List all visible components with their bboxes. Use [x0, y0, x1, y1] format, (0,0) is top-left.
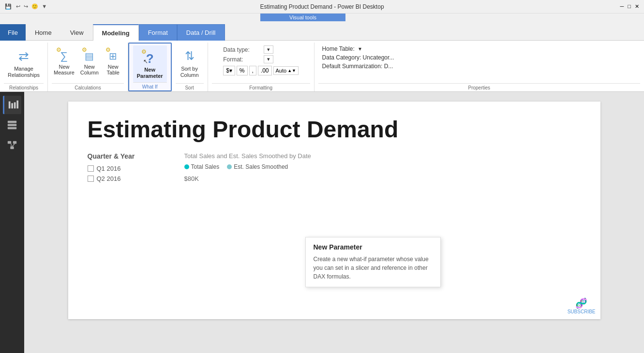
ribbon-group-what-if: ⚙ ? ↖ New Parameter What If: [128, 43, 172, 91]
data-type-dropdown[interactable]: ▾: [264, 45, 273, 54]
visual-tools-label: Visual tools: [260, 14, 345, 21]
window-title-bar: 💾 ↩ ↪ 🙂 ▼ Estimating Product Demand - Po…: [0, 0, 644, 14]
est-sales-dot: [227, 164, 232, 169]
ribbon-tab-bar: File Home View Modeling Format Data / Dr…: [0, 23, 644, 41]
auto-spinner[interactable]: Auto ▲▼: [273, 66, 299, 75]
sort-by-column-icon: ⇅: [181, 47, 198, 65]
new-column-label: New Column: [80, 64, 99, 75]
new-column-button[interactable]: ⚙ ▤ New Column: [78, 44, 101, 77]
ribbon-group-sort: ⇅ Sort by Column Sort: [172, 43, 208, 91]
filter-panel: Quarter & Year Q1 2016 Q2 2016: [88, 152, 165, 185]
total-sales-label: Total Sales: [191, 163, 220, 170]
q1-checkbox[interactable]: [88, 165, 94, 172]
new-parameter-label: New Parameter: [137, 67, 163, 79]
svg-rect-5: [8, 124, 16, 127]
decimal-button[interactable]: .00: [258, 66, 272, 75]
sort-group-label: Sort: [176, 83, 204, 91]
chart-title: Total Sales and Est. Sales Smoothed by D…: [184, 152, 581, 160]
sidebar-item-report[interactable]: [3, 96, 21, 114]
tooltip-title: New Parameter: [314, 243, 433, 251]
auto-label: Auto: [276, 68, 287, 74]
tab-format[interactable]: Format: [139, 24, 177, 41]
format-dropdown[interactable]: ▾: [264, 55, 273, 63]
svg-rect-6: [8, 127, 16, 130]
formatting-group-label: Formatting: [212, 83, 310, 91]
tab-modeling[interactable]: Modeling: [93, 24, 139, 41]
svg-rect-8: [13, 141, 16, 144]
tab-view[interactable]: View: [61, 24, 93, 41]
chart-legend: Total Sales Est. Sales Smoothed: [184, 163, 581, 170]
ribbon-group-formatting: Data type: ▾ Format: ▾ $▾ % , .00: [208, 43, 315, 91]
sidebar-item-model[interactable]: [3, 136, 21, 155]
q2-checkbox[interactable]: [88, 176, 94, 182]
maximize-button[interactable]: □: [628, 3, 631, 10]
data-category-row: Data Category: Uncategor...: [322, 54, 636, 61]
ribbon-content: ⇄ Manage Relationships Relationships ⚙ ∑…: [0, 41, 644, 92]
dropdown-arrow-icon[interactable]: ▼: [42, 3, 47, 9]
ribbon: Visual tools File Home View Modeling For…: [0, 14, 644, 92]
new-column-icon: ⚙ ▤: [81, 46, 98, 64]
svg-line-11: [12, 144, 15, 147]
svg-rect-4: [8, 121, 16, 123]
properties-group-label: Properties: [318, 83, 640, 91]
filter-title: Quarter & Year: [88, 152, 165, 160]
dollar-button[interactable]: $▾: [223, 66, 235, 75]
canvas-area: Estimating Product Demand Quarter & Year…: [24, 92, 644, 353]
total-sales-dot: [184, 164, 189, 169]
close-button[interactable]: ✕: [635, 3, 639, 10]
q1-label: Q1 2016: [97, 165, 121, 172]
percent-button[interactable]: %: [237, 66, 248, 75]
new-measure-button[interactable]: ⚙ ∑ New Measure: [52, 44, 76, 77]
dna-icon: 🧬: [568, 297, 596, 309]
relationships-group-label: Relationships: [4, 83, 44, 91]
sidebar-item-data[interactable]: [3, 116, 21, 134]
data-type-row: Data type: ▾: [223, 45, 273, 54]
quick-save-icon[interactable]: 💾: [5, 3, 12, 9]
chart-area: Total Sales and Est. Sales Smoothed by D…: [184, 152, 581, 185]
svg-rect-9: [10, 147, 14, 149]
left-sidebar: [0, 92, 24, 353]
default-summarization-label: Default Summarization: D...: [322, 63, 393, 70]
est-sales-label: Est. Sales Smoothed: [234, 163, 288, 170]
format-label: Format:: [223, 56, 262, 63]
new-table-label: New Table: [107, 64, 120, 75]
tab-home[interactable]: Home: [26, 24, 61, 41]
default-summarization-row: Default Summarization: D...: [322, 63, 636, 70]
home-table-dropdown[interactable]: ▾: [359, 45, 361, 52]
svg-rect-3: [16, 101, 18, 109]
undo-icon[interactable]: ↩: [16, 3, 20, 9]
home-table-row: Home Table: ▾: [322, 45, 636, 52]
main-layout: Estimating Product Demand Quarter & Year…: [0, 92, 644, 353]
data-category-label: Data Category: Uncategor...: [322, 54, 394, 61]
new-measure-label: New Measure: [54, 64, 75, 75]
svg-rect-1: [11, 103, 13, 109]
tooltip-body: Create a new what-if parameter whose val…: [314, 255, 433, 281]
tab-data-drill[interactable]: Data / Drill: [177, 24, 225, 41]
manage-relationships-button[interactable]: ⇄ Manage Relationships: [4, 44, 44, 81]
q2-label: Q2 2016: [97, 175, 121, 182]
canvas-page: Estimating Product Demand Quarter & Year…: [68, 102, 600, 319]
new-parameter-button[interactable]: ⚙ ? ↖ New Parameter: [133, 45, 167, 82]
legend-total-sales: Total Sales: [184, 163, 220, 170]
minimize-button[interactable]: ─: [620, 3, 624, 10]
home-table-label: Home Table:: [322, 45, 355, 52]
svg-rect-2: [14, 103, 15, 109]
filter-item-q2: Q2 2016: [88, 175, 165, 182]
ribbon-group-calculations: ⚙ ∑ New Measure ⚙ ▤ New Column ⚙: [48, 43, 128, 91]
format-row: Format: ▾: [223, 55, 273, 63]
smiley-icon[interactable]: 🙂: [31, 3, 38, 9]
legend-est-sales: Est. Sales Smoothed: [227, 163, 288, 170]
sort-by-column-button[interactable]: ⇅ Sort by Column: [177, 44, 203, 81]
manage-relationships-label: Manage Relationships: [8, 66, 40, 78]
new-table-button[interactable]: ⚙ ⊞ New Table: [103, 44, 124, 77]
data-type-label: Data type:: [223, 46, 262, 53]
chart-section: Quarter & Year Q1 2016 Q2 2016 Total Sal…: [88, 152, 581, 185]
comma-button[interactable]: ,: [249, 66, 256, 75]
subscribe-badge: 🧬 SUBSCRIBE: [568, 297, 596, 314]
redo-icon[interactable]: ↪: [24, 3, 28, 9]
chart-y-value: $80K: [184, 175, 581, 182]
window-title-text: Estimating Product Demand - Power BI Des…: [260, 3, 384, 10]
sort-by-column-label: Sort by Column: [180, 66, 199, 78]
tab-file[interactable]: File: [0, 24, 26, 41]
tooltip-popup: New Parameter Create a new what-if param…: [305, 237, 441, 287]
